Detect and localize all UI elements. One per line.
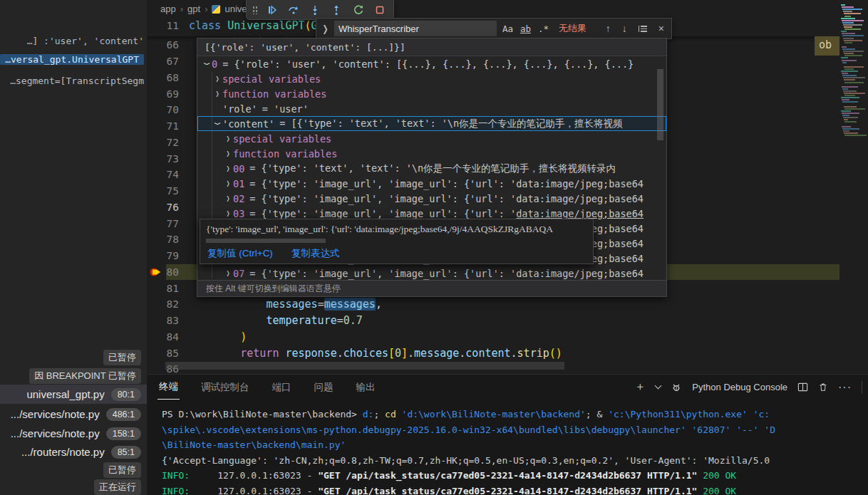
minimap-line	[844, 121, 857, 123]
stop-button[interactable]	[372, 2, 388, 18]
copy-value-link[interactable]: 复制值 (Ctrl+C)	[207, 247, 273, 260]
chevron-expanded-icon[interactable]: ❭	[213, 119, 222, 129]
variable-tree-row[interactable]: 'role'= 'user'	[197, 101, 666, 116]
close-icon[interactable]: ×	[658, 23, 664, 34]
step-out-button[interactable]	[329, 2, 344, 18]
variable-tree-row[interactable]: ❭00= {'type': 'text', 'text': '\n你是一个专业的…	[197, 161, 666, 176]
drag-grip-icon[interactable]	[252, 6, 258, 14]
watch-row[interactable]: segment=[TranscriptSegm…	[10, 75, 144, 86]
copy-expression-link[interactable]: 复制表达式	[291, 247, 340, 260]
code-line[interactable]: 84 )	[148, 329, 839, 345]
panel-tab-调试控制台[interactable]: 调试控制台	[200, 375, 251, 400]
chevron-collapsed-icon[interactable]: ❭	[223, 149, 233, 158]
minimap-line	[844, 135, 867, 136]
breakpoint-current-line-icon[interactable]	[148, 264, 166, 281]
find-previous-icon[interactable]: ↑	[606, 23, 611, 34]
stack-frame-row[interactable]: universal_gpt.py80:1	[0, 385, 147, 404]
panel-tab-端口[interactable]: 端口	[271, 375, 293, 400]
chevron-collapsed-icon[interactable]: ❭	[223, 209, 233, 218]
variable-name: 'content'	[222, 118, 274, 130]
stack-frame-row[interactable]: .../services/note.py486:1	[0, 405, 147, 424]
whole-word-toggle[interactable]: ab	[520, 24, 531, 34]
terminal-output[interactable]: PS D:\work\BiliNote-master\backend> d:; …	[162, 407, 864, 495]
minimap-line	[844, 53, 854, 54]
line-number: 11	[166, 20, 189, 31]
breadcrumb-item[interactable]: gpt	[187, 4, 200, 14]
variable-name: special variables	[222, 73, 321, 85]
minimap-line	[843, 130, 849, 132]
variable-tree-row[interactable]: ❭07= {'type': 'image_url', 'image_url': …	[197, 266, 666, 281]
chevron-collapsed-icon[interactable]: ❭	[212, 74, 222, 83]
variable-tree-row[interactable]: ❭function variables	[197, 86, 666, 101]
stack-frame-row[interactable]: .../routers/note.py85:1	[0, 442, 147, 462]
minimap-line	[842, 126, 851, 127]
gutter-margin	[148, 313, 166, 329]
code-token: cd	[385, 409, 401, 420]
terminal-line: INFO: 127.0.0.1:63023 - "GET /api/task_s…	[162, 484, 864, 495]
chevron-collapsed-icon[interactable]: ❭	[223, 194, 233, 203]
variable-tree-row[interactable]: ❭02= {'type': 'image_url', 'image_url': …	[197, 191, 666, 206]
more-actions-icon[interactable]: ···	[838, 381, 852, 394]
code-line[interactable]: 85 return response.choices[0].message.co…	[148, 345, 839, 361]
find-input[interactable]: WhisperTranscriber	[334, 21, 497, 36]
debug-console-icon	[671, 382, 682, 393]
code-line[interactable]: 83 temperature=0.7	[148, 313, 839, 329]
variable-value: = {'type': 'image_url', 'image_url': {'u…	[249, 178, 644, 189]
chevron-collapsed-icon[interactable]: ❭	[223, 164, 233, 173]
variable-value-link[interactable]: data:image/jpeg;base64	[516, 208, 644, 219]
kill-terminal-trash-icon[interactable]	[818, 382, 828, 392]
gutter-margin	[148, 37, 166, 53]
code-token: ,	[376, 298, 382, 311]
minimap-line	[844, 108, 865, 110]
panel-tab-输出[interactable]: 输出	[355, 375, 377, 400]
find-next-icon[interactable]: ↓	[622, 23, 627, 34]
chevron-collapsed-icon[interactable]: ❭	[223, 134, 233, 143]
console-session-label[interactable]: Python Debug Console	[692, 382, 787, 392]
panel-divider	[862, 381, 862, 394]
variable-tree-row[interactable]: ❭0= {'role': 'user', 'content': [{...}, …	[197, 56, 666, 71]
new-terminal-icon[interactable]: ＋	[634, 380, 646, 395]
panel-tab-终端[interactable]: 终端	[157, 375, 180, 400]
stack-frame-file: .../services/note.py	[11, 427, 100, 439]
match-case-toggle[interactable]: Aa	[502, 24, 513, 34]
code-token: 'd:\work\BiliNote-master\backend'	[402, 409, 586, 420]
step-over-button[interactable]	[286, 2, 301, 18]
toggle-replace-chevron-icon[interactable]: ❭	[316, 24, 334, 34]
chevron-right-icon: ›	[180, 4, 183, 14]
regex-toggle[interactable]: .*	[538, 24, 549, 34]
gutter-margin	[148, 280, 166, 296]
chevron-collapsed-icon[interactable]: ❭	[223, 179, 233, 188]
find-in-selection-icon[interactable]	[639, 25, 647, 32]
panel-actions: ＋ Python Debug Console ···	[634, 375, 862, 400]
watch-row[interactable]: versal_gpt.UniversalGPT…	[0, 54, 144, 65]
code-line[interactable]: 11class UniversalGPT(GPT):	[148, 18, 343, 34]
code-line[interactable]: 82 messages=messages,	[148, 296, 839, 313]
terminal-dropdown-icon[interactable]	[655, 382, 662, 390]
line-number: 66	[166, 39, 189, 51]
minimap-line	[841, 97, 859, 98]
variable-tree-row[interactable]: ❭special variables	[197, 131, 666, 146]
split-panel-icon[interactable]	[797, 382, 808, 392]
step-into-button[interactable]	[307, 2, 323, 18]
watch-row[interactable]: 'user', 'content': […	[27, 36, 144, 46]
restart-button[interactable]	[351, 2, 366, 18]
breadcrumb-item[interactable]: app	[160, 4, 176, 14]
chevron-expanded-icon[interactable]: ❭	[202, 59, 212, 69]
line-number: 72	[166, 137, 189, 148]
variable-value: = 'user'	[262, 103, 309, 115]
vscode-window: 'user', 'content': […versal_gpt.Universa…	[0, 0, 868, 495]
terminal-line: PS D:\work\BiliNote-master\backend> d:; …	[162, 407, 864, 422]
variable-tree-row[interactable]: ❭01= {'type': 'image_url', 'image_url': …	[197, 176, 666, 191]
chevron-collapsed-icon[interactable]: ❭	[223, 269, 233, 278]
continue-button[interactable]	[264, 2, 280, 18]
panel-tab-问题[interactable]: 问题	[313, 375, 335, 400]
variable-tree-row[interactable]: ❭'content'= [{'type': 'text', 'text': '\…	[197, 116, 666, 131]
chevron-collapsed-icon[interactable]: ❭	[212, 89, 222, 98]
horizontal-scrollbar[interactable]	[165, 362, 564, 370]
variable-tree-row[interactable]: ❭special variables	[197, 71, 666, 86]
popup-scrollbar[interactable]	[657, 69, 663, 140]
stack-frame-row[interactable]: .../services/note.py158:1	[0, 424, 147, 443]
variable-tree-row[interactable]: ❭function variables	[197, 146, 666, 161]
minimap-line	[844, 42, 852, 43]
minimap[interactable]	[839, 0, 868, 362]
